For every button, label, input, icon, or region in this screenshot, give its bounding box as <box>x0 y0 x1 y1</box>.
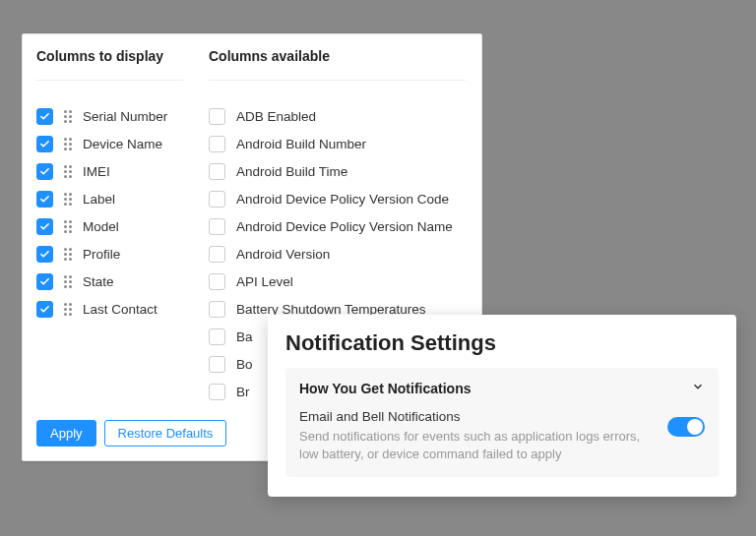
drag-handle-icon[interactable] <box>64 164 74 178</box>
list-item: Android Build Number <box>209 130 466 157</box>
checkbox[interactable] <box>209 218 225 235</box>
list-item-label: Android Build Number <box>236 137 366 151</box>
display-list: Serial NumberDevice NameIMEILabelModelPr… <box>36 102 183 323</box>
list-item-label: Android Build Time <box>236 164 347 179</box>
notification-settings-panel: Notification Settings How You Get Notifi… <box>268 315 736 497</box>
checkbox[interactable] <box>209 301 225 318</box>
list-item: Android Device Policy Version Name <box>209 212 466 240</box>
checkbox[interactable] <box>36 108 53 125</box>
notification-section-title: How You Get Notifications <box>299 381 472 396</box>
checkbox[interactable] <box>36 218 53 235</box>
checkbox[interactable] <box>209 108 225 125</box>
list-item-label: Device Name <box>83 137 162 151</box>
drag-handle-icon[interactable] <box>64 274 74 288</box>
checkbox[interactable] <box>209 356 225 373</box>
list-item-label: ADB Enabled <box>236 109 316 124</box>
drag-handle-icon[interactable] <box>64 109 74 123</box>
checkbox[interactable] <box>209 163 225 180</box>
restore-defaults-button[interactable]: Restore Defaults <box>104 420 227 447</box>
notification-item: Email and Bell Notifications Send notifi… <box>299 409 705 463</box>
drag-handle-icon[interactable] <box>64 302 74 316</box>
columns-to-display-header: Columns to display <box>36 48 183 81</box>
columns-to-display-section: Columns to display Serial NumberDevice N… <box>23 34 195 405</box>
list-item: Device Name <box>36 130 183 157</box>
list-item-label: IMEI <box>83 164 110 179</box>
list-item-label: Bo <box>236 357 253 372</box>
checkbox[interactable] <box>36 301 53 318</box>
list-item: API Level <box>209 268 466 295</box>
chevron-down-icon <box>691 380 705 397</box>
list-item: Label <box>36 185 183 212</box>
checkbox[interactable] <box>36 163 53 180</box>
list-item-label: Android Device Policy Version Name <box>236 219 453 234</box>
checkbox[interactable] <box>36 246 53 263</box>
list-item-label: Model <box>83 219 119 234</box>
list-item: IMEI <box>36 157 183 185</box>
list-item-label: Profile <box>83 247 120 262</box>
list-item-label: Label <box>83 192 115 207</box>
notification-item-desc: Send notifications for events such as ap… <box>299 428 652 463</box>
notification-section-header[interactable]: How You Get Notifications <box>299 380 705 397</box>
list-item-label: Android Version <box>236 247 330 262</box>
notification-item-text: Email and Bell Notifications Send notifi… <box>299 409 652 463</box>
checkbox[interactable] <box>209 191 225 208</box>
notification-section: How You Get Notifications Email and Bell… <box>285 368 719 477</box>
list-item: Android Version <box>209 240 466 268</box>
notification-settings-title: Notification Settings <box>285 330 719 356</box>
list-item: Last Contact <box>36 295 183 323</box>
list-item: State <box>36 268 183 295</box>
checkbox[interactable] <box>209 246 225 263</box>
list-item: ADB Enabled <box>209 102 466 130</box>
list-item: Android Build Time <box>209 157 466 185</box>
checkbox[interactable] <box>209 384 225 400</box>
checkbox[interactable] <box>36 273 53 290</box>
apply-button[interactable]: Apply <box>36 420 96 447</box>
list-item: Profile <box>36 240 183 268</box>
list-item-label: Android Device Policy Version Code <box>236 192 449 207</box>
list-item-label: Ba <box>236 329 253 344</box>
list-item-label: State <box>83 274 114 289</box>
list-item-label: API Level <box>236 274 293 289</box>
email-bell-toggle[interactable] <box>667 417 705 437</box>
list-item-label: Serial Number <box>83 109 167 124</box>
drag-handle-icon[interactable] <box>64 247 74 261</box>
list-item-label: Last Contact <box>83 302 158 317</box>
list-item: Android Device Policy Version Code <box>209 185 466 212</box>
list-item-label: Br <box>236 385 250 399</box>
checkbox[interactable] <box>209 273 225 290</box>
checkbox[interactable] <box>209 328 225 345</box>
list-item: Serial Number <box>36 102 183 130</box>
drag-handle-icon[interactable] <box>64 192 74 206</box>
list-item: Model <box>36 212 183 240</box>
drag-handle-icon[interactable] <box>64 137 74 150</box>
panel-footer: Apply Restore Defaults <box>36 420 226 447</box>
checkbox[interactable] <box>209 136 225 152</box>
drag-handle-icon[interactable] <box>64 219 74 233</box>
notification-item-title: Email and Bell Notifications <box>299 409 652 424</box>
checkbox[interactable] <box>36 191 53 208</box>
columns-available-header: Columns available <box>209 48 466 81</box>
checkbox[interactable] <box>36 136 53 152</box>
